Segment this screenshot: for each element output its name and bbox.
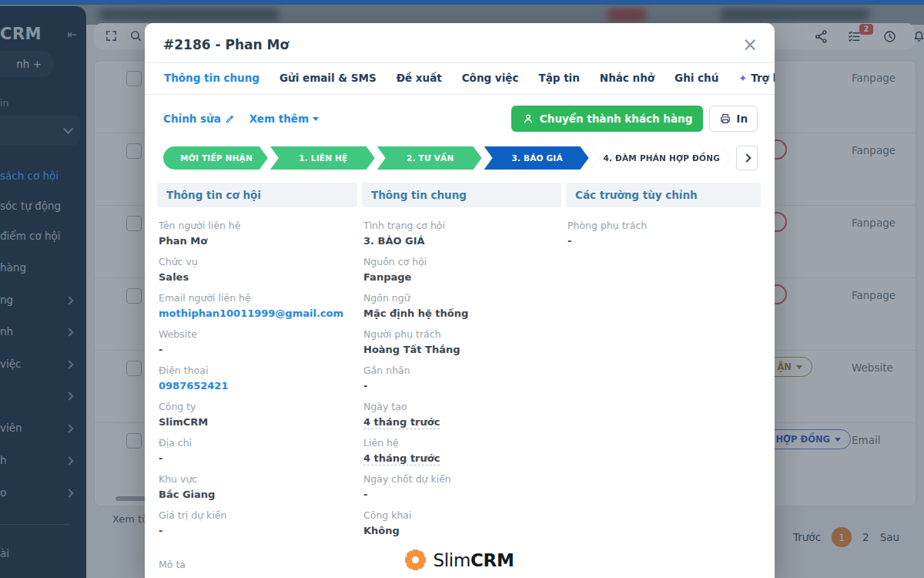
see-more-link[interactable]: Xem thêm (249, 113, 319, 125)
phone-link[interactable]: 0987652421 (159, 379, 357, 392)
email-link[interactable]: mothiphan10011999@gmail.com (159, 307, 357, 320)
field-created-date: Ngày tạo 4 tháng trước (362, 401, 561, 428)
modal-title: #2186 - Phan Mơ (163, 37, 289, 52)
person-icon (522, 113, 534, 125)
tab-files[interactable]: Tập tin (528, 63, 589, 94)
pencil-icon (225, 113, 236, 124)
field-status: Tình trạng cơ hội 3. BÁO GIÁ (362, 220, 561, 247)
step-contact[interactable]: 1. LIÊN HỆ (270, 146, 375, 170)
tab-proposals[interactable]: Đề xuất (387, 63, 452, 94)
tab-notes[interactable]: Ghi chú (665, 63, 728, 94)
close-icon[interactable]: × (742, 37, 758, 52)
modal-tab-bar: Thông tin chung Gửi email & SMS Đề xuất … (145, 63, 775, 95)
chevron-right-icon (742, 153, 751, 162)
tab-email-sms[interactable]: Gửi email & SMS (270, 63, 387, 94)
pipeline-stepper: MỚI TIẾP NHẬN 1. LIÊN HỆ 2. TƯ VẤN 3. BÁ… (163, 146, 758, 170)
field-contact-name: Tên người liên hệ Phan Mơ (157, 220, 357, 247)
field-company: Công ty SlimCRM (157, 401, 357, 428)
sparkle-icon: ✦ (738, 72, 747, 84)
column-opportunity: Thông tin cơ hội Tên người liên hệ Phan … (157, 183, 357, 578)
edit-link[interactable]: Chỉnh sửa (163, 113, 236, 125)
section-header: Các trường tùy chỉnh (566, 183, 761, 207)
field-department: Phòng phụ trách - (566, 220, 761, 247)
field-labels: Gắn nhãn - (362, 365, 561, 392)
field-language: Ngôn ngữ Mặc định hệ thống (362, 292, 561, 320)
step-new[interactable]: MỚI TIẾP NHẬN (163, 146, 268, 170)
column-custom-fields: Các trường tùy chỉnh Phòng phụ trách - (566, 183, 761, 578)
section-header: Thông tin chung (362, 183, 561, 207)
step-negotiate[interactable]: 4. ĐÀM PHÁN HỢP ĐỒNG (591, 146, 731, 170)
slimcrm-gear-icon (405, 549, 426, 570)
field-position: Chức vụ Sales (157, 256, 357, 284)
field-website: Website - (157, 328, 357, 356)
field-last-contact: Liên hệ 4 tháng trước (362, 437, 561, 465)
convert-to-customer-button[interactable]: Chuyển thành khách hàng (511, 106, 704, 132)
stepper-next-button[interactable] (736, 146, 758, 170)
modal-header: #2186 - Phan Mơ × (145, 23, 775, 63)
printer-icon (719, 113, 732, 125)
field-expected-value: Giá trị dự kiến - (157, 509, 357, 537)
step-consult[interactable]: 2. TƯ VẤN (377, 146, 482, 170)
field-public: Công khai Không (362, 509, 561, 537)
field-address: Địa chỉ - (157, 437, 357, 465)
print-button[interactable]: In (709, 106, 758, 132)
tab-tasks[interactable]: Công việc (452, 63, 529, 94)
field-region: Khu vực Bắc Giang (157, 473, 357, 501)
field-phone: Điện thoại 0987652421 (157, 365, 357, 392)
slimcrm-logo: SlimCRM (433, 550, 514, 570)
tab-reminders[interactable]: Nhắc nhở (590, 63, 665, 94)
opportunity-detail-modal: #2186 - Phan Mơ × Thông tin chung Gửi em… (145, 23, 775, 578)
step-quote[interactable]: 3. BÁO GIÁ (484, 146, 589, 170)
field-assignee: Người phụ trách Hoàng Tất Thắng (362, 328, 561, 356)
detail-columns: Thông tin cơ hội Tên người liên hệ Phan … (145, 170, 775, 578)
field-expected-close-date: Ngày chốt dự kiến - (362, 473, 561, 501)
tab-ai-assistant[interactable]: ✦Trợ lý AI (728, 63, 775, 94)
field-contact-email: Email người liên hệ mothiphan10011999@gm… (157, 292, 357, 320)
modal-action-row: Chỉnh sửa Xem thêm Chuyển thành khách hà… (145, 95, 775, 136)
field-source: Nguồn cơ hội Fanpage (362, 256, 561, 284)
column-general: Thông tin chung Tình trạng cơ hội 3. BÁO… (362, 183, 561, 578)
tab-general-info[interactable]: Thông tin chung (154, 63, 270, 94)
caret-down-icon (313, 117, 319, 121)
section-header: Thông tin cơ hội (157, 183, 357, 207)
modal-footer: SlimCRM (145, 549, 775, 570)
